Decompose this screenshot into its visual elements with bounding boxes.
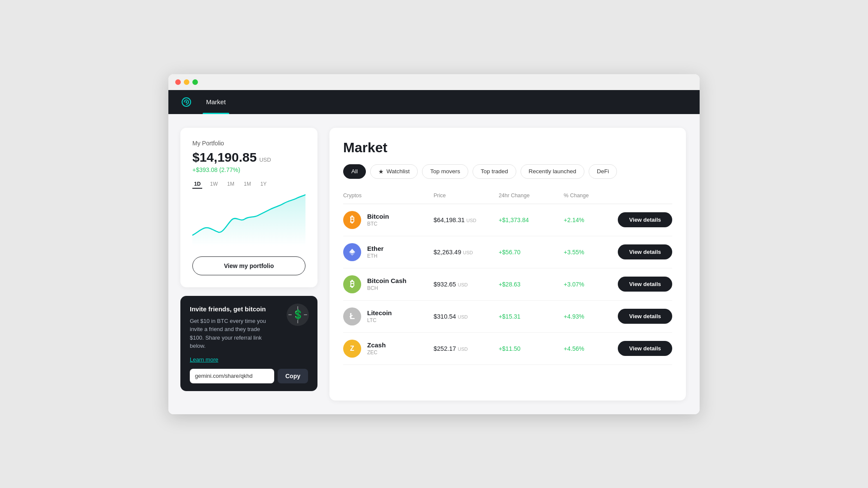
filter-tab-top-traded[interactable]: Top traded bbox=[473, 164, 516, 179]
timeframe-1m-first[interactable]: 1M bbox=[225, 180, 236, 189]
traffic-light-green[interactable] bbox=[192, 79, 198, 85]
referral-icon: 💲 bbox=[287, 304, 309, 326]
right-panel: Market All ★ Watchlist Top movers Top tr… bbox=[329, 128, 686, 401]
bitcoin-pct-change: +2.14% bbox=[564, 217, 618, 223]
top-navigation: Market bbox=[168, 90, 700, 114]
browser-window: Market My Portfolio $14,190.85 USD +$393… bbox=[168, 74, 700, 414]
litecoin-icon: Ł bbox=[343, 307, 361, 325]
timeframe-1d[interactable]: 1D bbox=[192, 180, 202, 189]
svg-point-0 bbox=[186, 101, 187, 103]
referral-description: Get $10 in BTC every time you invite a f… bbox=[190, 317, 275, 350]
header-pct-change: % Change bbox=[564, 193, 618, 199]
zcash-price: $252.17 USD bbox=[434, 345, 499, 352]
bitcoin-cash-view-details-button[interactable]: View details bbox=[618, 277, 672, 292]
bitcoin-icon: ₿ bbox=[343, 211, 361, 229]
litecoin-view-details-button[interactable]: View details bbox=[618, 309, 672, 324]
header-price: Price bbox=[434, 193, 499, 199]
crypto-info-ltc: Ł Litecoin LTC bbox=[343, 307, 434, 325]
traffic-lights bbox=[175, 79, 198, 90]
litecoin-price: $310.54 USD bbox=[434, 313, 499, 320]
filter-tab-defi-label: DeFi bbox=[597, 168, 609, 175]
view-portfolio-button[interactable]: View my portfolio bbox=[192, 256, 305, 275]
bitcoin-cash-24h-change: +$28.63 bbox=[499, 281, 564, 288]
bitcoin-cash-price: $932.65 USD bbox=[434, 281, 499, 288]
filter-tabs: All ★ Watchlist Top movers Top traded Re… bbox=[343, 164, 672, 179]
market-title: Market bbox=[343, 140, 672, 156]
bitcoin-cash-symbol: BCH bbox=[367, 285, 407, 291]
watchlist-star-icon: ★ bbox=[378, 168, 384, 175]
browser-chrome bbox=[168, 74, 700, 90]
chart-timeframes: 1D 1W 1M 1M 1Y bbox=[192, 180, 305, 189]
learn-more-link[interactable]: Learn more bbox=[190, 356, 218, 363]
filter-tab-recently-launched[interactable]: Recently launched bbox=[521, 164, 584, 179]
nav-item-market[interactable]: Market bbox=[203, 90, 229, 114]
zcash-24h-change: +$11.50 bbox=[499, 345, 564, 352]
copy-button[interactable]: Copy bbox=[278, 369, 308, 383]
portfolio-change: +$393.08 (2.77%) bbox=[192, 166, 305, 173]
filter-tab-defi[interactable]: DeFi bbox=[589, 164, 617, 179]
litecoin-24h-change: +$15.31 bbox=[499, 313, 564, 320]
crypto-table: Cryptos Price 24hr Change % Change ₿ Bit… bbox=[343, 189, 672, 365]
header-24hr-change: 24hr Change bbox=[499, 193, 564, 199]
bitcoin-cash-name: Bitcoin Cash bbox=[367, 277, 407, 284]
table-row: Ether ETH $2,263.49 USD +$56.70 +3.55% V… bbox=[343, 236, 672, 268]
traffic-light-yellow[interactable] bbox=[184, 79, 189, 85]
ether-name: Ether bbox=[367, 245, 383, 252]
portfolio-currency: USD bbox=[259, 157, 271, 163]
filter-tab-top-movers[interactable]: Top movers bbox=[422, 164, 468, 179]
litecoin-symbol: LTC bbox=[367, 317, 392, 323]
ether-price: $2,263.49 USD bbox=[434, 249, 499, 256]
crypto-info-bch: ₿ Bitcoin Cash BCH bbox=[343, 275, 434, 293]
filter-tab-top-traded-label: Top traded bbox=[481, 168, 508, 175]
portfolio-title: My Portfolio bbox=[192, 140, 305, 147]
ether-pct-change: +3.55% bbox=[564, 249, 618, 256]
filter-tab-watchlist[interactable]: ★ Watchlist bbox=[370, 164, 418, 179]
timeframe-1w[interactable]: 1W bbox=[208, 180, 219, 189]
svg-marker-1 bbox=[349, 249, 355, 254]
ether-24h-change: +$56.70 bbox=[499, 249, 564, 256]
table-row: ₿ Bitcoin Cash BCH $932.65 USD +$28.63 +… bbox=[343, 268, 672, 301]
filter-tab-all-label: All bbox=[351, 168, 358, 175]
header-cryptos: Cryptos bbox=[343, 193, 434, 199]
filter-tab-watchlist-label: Watchlist bbox=[386, 168, 410, 175]
table-row: Z Zcash ZEC $252.17 USD +$11.50 +4.56% V… bbox=[343, 333, 672, 365]
bitcoin-name-group: Bitcoin BTC bbox=[367, 213, 389, 227]
zcash-name-group: Zcash ZEC bbox=[367, 341, 386, 355]
table-header: Cryptos Price 24hr Change % Change bbox=[343, 189, 672, 204]
crypto-info-eth: Ether ETH bbox=[343, 243, 434, 261]
bitcoin-symbol: BTC bbox=[367, 221, 389, 227]
zcash-icon: Z bbox=[343, 340, 361, 358]
ether-view-details-button[interactable]: View details bbox=[618, 244, 672, 259]
ether-icon bbox=[343, 243, 361, 261]
bitcoin-cash-icon: ₿ bbox=[343, 275, 361, 293]
zcash-view-details-button[interactable]: View details bbox=[618, 341, 672, 356]
crypto-info-zec: Z Zcash ZEC bbox=[343, 340, 434, 358]
portfolio-card: My Portfolio $14,190.85 USD +$393.08 (2.… bbox=[180, 128, 317, 287]
table-row: ₿ Bitcoin BTC $64,198.31 USD +$1,373.84 … bbox=[343, 204, 672, 236]
portfolio-amount: $14,190.85 USD bbox=[192, 150, 305, 165]
filter-tab-all[interactable]: All bbox=[343, 164, 366, 179]
app-logo[interactable] bbox=[180, 96, 192, 108]
zcash-pct-change: +4.56% bbox=[564, 345, 618, 352]
zcash-symbol: ZEC bbox=[367, 349, 386, 355]
zcash-name: Zcash bbox=[367, 341, 386, 349]
referral-link-input[interactable] bbox=[190, 369, 274, 383]
bitcoin-price: $64,198.31 USD bbox=[434, 217, 499, 223]
litecoin-name: Litecoin bbox=[367, 309, 392, 316]
litecoin-pct-change: +4.93% bbox=[564, 313, 618, 320]
filter-tab-recently-launched-label: Recently launched bbox=[529, 168, 576, 175]
bitcoin-cash-name-group: Bitcoin Cash BCH bbox=[367, 277, 407, 291]
left-panel: My Portfolio $14,190.85 USD +$393.08 (2.… bbox=[180, 128, 317, 401]
bitcoin-name: Bitcoin bbox=[367, 213, 389, 220]
bitcoin-view-details-button[interactable]: View details bbox=[618, 212, 672, 227]
timeframe-1m-second[interactable]: 1M bbox=[242, 180, 253, 189]
filter-tab-top-movers-label: Top movers bbox=[430, 168, 460, 175]
referral-input-row: Copy bbox=[190, 369, 308, 383]
traffic-light-red[interactable] bbox=[175, 79, 181, 85]
bitcoin-cash-pct-change: +3.07% bbox=[564, 281, 618, 288]
table-row: Ł Litecoin LTC $310.54 USD +$15.31 +4.93… bbox=[343, 301, 672, 333]
timeframe-1y[interactable]: 1Y bbox=[259, 180, 269, 189]
ether-symbol: ETH bbox=[367, 253, 383, 259]
main-content: My Portfolio $14,190.85 USD +$393.08 (2.… bbox=[168, 114, 700, 414]
header-action bbox=[618, 193, 672, 199]
